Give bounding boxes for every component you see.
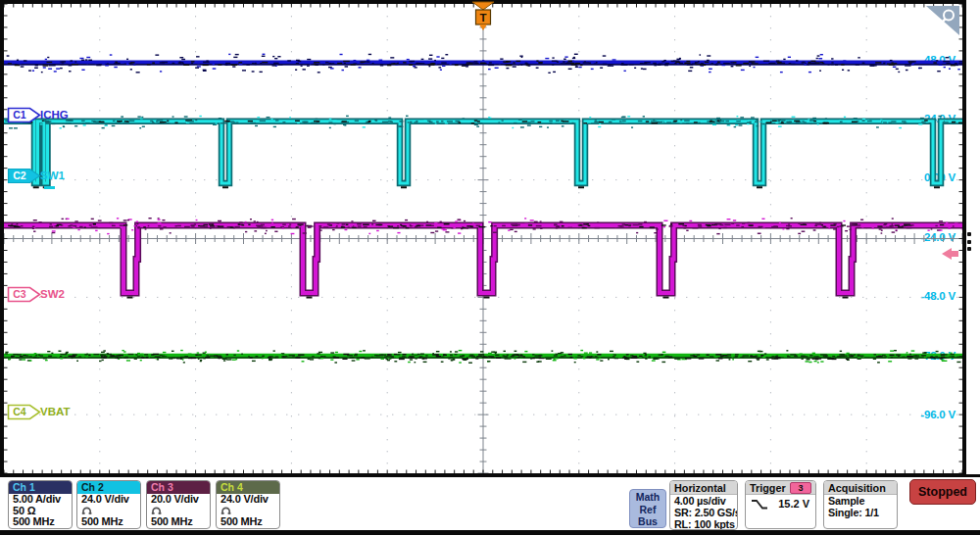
trace-label-sw1: SW1	[40, 170, 65, 181]
trigger-panel[interactable]: Trigger 3 15.2 V	[745, 480, 816, 529]
channel-scale: 24.0 V/div	[217, 494, 279, 506]
channel-badge-ch1[interactable]: Ch 1 5.00 A/div 50 Ω 500 MHz	[8, 480, 73, 529]
math-ref-bus-button[interactable]: Math Ref Bus	[629, 489, 666, 528]
channel-scale: 24.0 V/div	[77, 494, 140, 506]
acquisition-panel[interactable]: Acquisition Sample Single: 1/1	[823, 480, 898, 529]
bottom-separator	[0, 474, 980, 477]
bottom-edge	[0, 530, 980, 535]
waveform-display	[4, 4, 962, 473]
channel-scale: 5.00 A/div	[9, 494, 72, 506]
trace-label-sw2: SW2	[40, 288, 65, 300]
acquisition-count: Single: 1/1	[824, 507, 897, 518]
sample-rate: SR: 2.50 GS/s	[670, 507, 737, 518]
channel-tag-label: C4	[7, 406, 32, 417]
channel-badge-ch4[interactable]: Ch 4 24.0 V/div 500 MHz	[216, 480, 280, 529]
oscilloscope-screen: 48.0 V 24.0 V 0.00 V -24.0 V -48.0 V -72…	[0, 0, 980, 536]
trace-label-ichg: ICHG	[40, 109, 69, 121]
ground-marker	[44, 186, 55, 189]
side-menu-dot[interactable]	[967, 240, 971, 244]
acquisition-mode: Sample	[824, 495, 897, 507]
horizontal-panel-title: Horizontal	[670, 481, 737, 495]
channel-tag-label: C1	[7, 109, 32, 121]
run-stop-status-button[interactable]: Stopped	[909, 479, 976, 505]
side-menu-dot[interactable]	[967, 247, 971, 251]
channel-bandwidth: 500 MHz	[77, 516, 140, 528]
run-stop-label: Stopped	[918, 485, 967, 499]
record-length: RL: 100 kpts	[670, 518, 737, 530]
horizontal-scale: 4.00 µs/div	[670, 495, 737, 507]
channel-bandwidth: 500 MHz	[217, 516, 279, 528]
trigger-marker-letter: T	[479, 12, 486, 24]
channel-badge-ch3[interactable]: Ch 3 20.0 V/div 500 MHz	[146, 480, 211, 529]
channel-bandwidth: 500 MHz	[147, 516, 210, 528]
channel-tag-label: C3	[7, 288, 32, 300]
channel-bandwidth: 500 MHz	[9, 516, 72, 528]
side-menu-dot[interactable]	[967, 232, 971, 236]
math-label: Math	[630, 491, 665, 504]
falling-edge-icon	[751, 499, 768, 510]
trigger-level-value: 15.2 V	[778, 498, 809, 510]
ref-label: Ref	[630, 504, 665, 516]
bus-label: Bus	[630, 515, 665, 528]
channel-tag-c3[interactable]: C3	[7, 286, 42, 303]
horizontal-panel[interactable]: Horizontal 4.00 µs/div SR: 2.50 GS/s RL:…	[669, 480, 738, 530]
channel-badge-ch2[interactable]: Ch 2 24.0 V/div 500 MHz	[76, 480, 141, 529]
channel-tag-c1[interactable]: C1	[7, 107, 42, 123]
channel-tag-c4[interactable]: C4	[7, 404, 42, 420]
channel-tag-c2[interactable]: C2	[7, 168, 42, 184]
channel-scale: 20.0 V/div	[147, 494, 210, 506]
acquisition-panel-title: Acquisition	[824, 481, 897, 495]
trace-label-vbat: VBAT	[40, 406, 70, 417]
channel-tag-label: C2	[7, 170, 32, 181]
trigger-panel-title: Trigger	[750, 482, 786, 494]
trigger-source-badge: 3	[790, 482, 811, 494]
trigger-position-marker[interactable]: T	[471, 1, 495, 37]
